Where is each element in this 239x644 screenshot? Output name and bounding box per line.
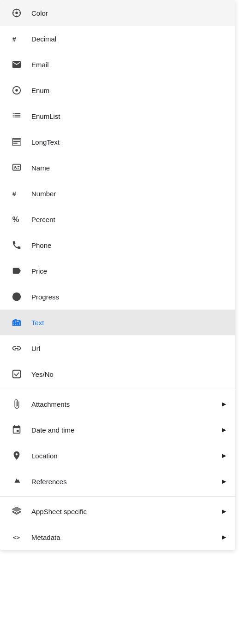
menu-item-name[interactable]: Name [0,155,235,181]
menu-item-metadata[interactable]: <> Metadata ▶ [0,524,235,550]
svg-text:<>: <> [13,534,20,541]
svg-point-10 [12,293,21,301]
enumlist-label: EnumList [31,112,226,120]
price-label: Price [31,267,226,275]
menu-item-phone[interactable]: Phone [0,232,235,258]
appsheet-icon [9,504,24,519]
color-label: Color [31,9,226,17]
name-label: Name [31,164,226,172]
menu-item-percent[interactable]: % Percent [0,206,235,232]
svg-text:#: # [12,35,16,43]
menu-item-decimal[interactable]: # Decimal [0,26,235,52]
number-label: Number [31,190,226,198]
datetime-icon [9,422,24,437]
appsheet-arrow: ▶ [222,508,226,515]
divider-2 [0,496,235,497]
menu-item-email[interactable]: Email [0,52,235,77]
svg-marker-12 [12,507,21,511]
metadata-label: Metadata [31,533,222,541]
menu-item-references[interactable]: References ▶ [0,468,235,494]
price-icon [9,263,24,278]
references-arrow: ▶ [222,478,226,485]
references-icon [9,474,24,489]
menu-item-url[interactable]: Url [0,335,235,361]
percent-icon: % [9,212,24,227]
color-icon [9,6,24,20]
menu-item-color[interactable]: Color [0,0,235,26]
yesno-icon [9,367,24,381]
menu-item-longtext[interactable]: LongText [0,129,235,155]
attachments-label: Attachments [31,400,222,408]
url-label: Url [31,345,226,352]
email-icon [9,57,24,72]
progress-icon [9,289,24,304]
number-icon: # [9,186,24,201]
text-icon [9,315,24,330]
menu-item-number[interactable]: # Number [0,181,235,206]
attachments-icon [9,397,24,411]
menu-item-enum[interactable]: Enum [0,77,235,103]
location-icon [9,448,24,463]
menu-item-location[interactable]: Location ▶ [0,443,235,468]
menu-item-text[interactable]: Text [0,310,235,335]
phone-label: Phone [31,241,226,249]
menu-container: Color # Decimal Email Enum EnumList Long… [0,0,235,550]
progress-label: Progress [31,293,226,301]
location-arrow: ▶ [222,452,226,459]
decimal-icon: # [9,31,24,46]
enum-icon [9,83,24,98]
svg-rect-6 [13,164,21,170]
divider-1 [0,389,235,389]
menu-item-attachments[interactable]: Attachments ▶ [0,391,235,417]
menu-item-appsheet[interactable]: AppSheet specific ▶ [0,498,235,524]
yesno-label: Yes/No [31,370,226,378]
url-icon [9,341,24,356]
longtext-icon [9,135,24,149]
metadata-icon: <> [9,530,24,544]
longtext-label: LongText [31,138,226,146]
appsheet-label: AppSheet specific [31,508,222,515]
svg-point-1 [15,12,18,14]
menu-item-price[interactable]: Price [0,258,235,284]
attachments-arrow: ▶ [222,401,226,407]
svg-rect-11 [13,370,21,378]
phone-icon [9,238,24,252]
enum-label: Enum [31,87,226,94]
email-label: Email [31,61,226,69]
menu-item-yesno[interactable]: Yes/No [0,361,235,387]
name-icon [9,160,24,175]
decimal-label: Decimal [31,35,226,43]
references-label: References [31,478,222,486]
svg-point-4 [15,89,18,92]
datetime-label: Date and time [31,426,222,434]
metadata-arrow: ▶ [222,534,226,540]
svg-text:%: % [12,215,19,223]
svg-text:#: # [12,190,16,198]
percent-label: Percent [31,216,226,223]
menu-item-progress[interactable]: Progress [0,284,235,310]
datetime-arrow: ▶ [222,427,226,433]
menu-item-datetime[interactable]: Date and time ▶ [0,417,235,443]
menu-item-enumlist[interactable]: EnumList [0,103,235,129]
enumlist-icon [9,109,24,123]
location-label: Location [31,452,222,460]
text-label: Text [31,319,226,327]
